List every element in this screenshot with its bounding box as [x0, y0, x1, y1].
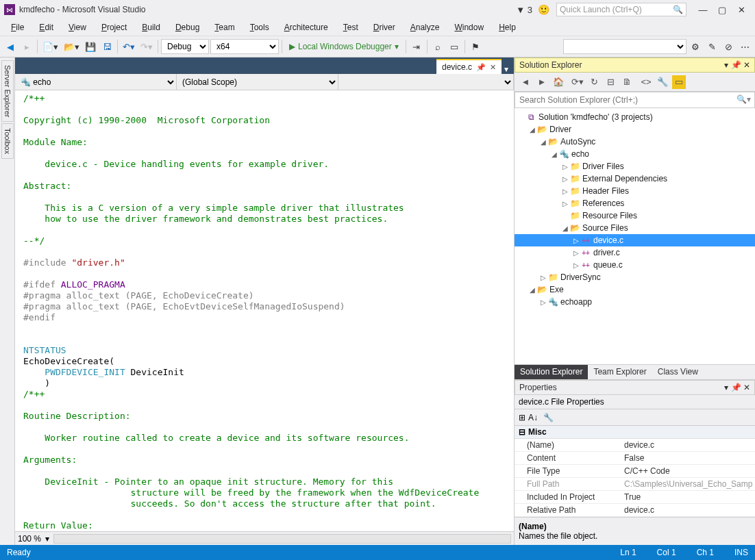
tree-autosync[interactable]: ◢📂AutoSync [515, 136, 755, 148]
tree-driver[interactable]: ◢📂Driver [515, 123, 755, 136]
showall-icon[interactable]: 🗎 [620, 75, 634, 89]
solution-search-input[interactable] [515, 92, 755, 108]
panel-dropdown-icon[interactable]: ▾ [724, 383, 728, 392]
solution-tree[interactable]: ⧉Solution 'kmdfecho' (3 projects)◢📂Drive… [515, 108, 755, 364]
scope-combo-member[interactable] [338, 74, 514, 90]
categorized-icon[interactable]: ⊞ [519, 413, 525, 422]
zoom-level[interactable]: 100 % [18, 534, 41, 544]
close-tab-icon[interactable]: ✕ [490, 63, 496, 72]
maximize-button[interactable]: ▢ [713, 3, 732, 16]
open-button[interactable]: 📂▾ [62, 39, 82, 54]
minimize-button[interactable]: — [693, 3, 713, 16]
scope-combo-type[interactable]: (Global Scope) [177, 74, 338, 90]
menu-file[interactable]: File [4, 21, 31, 34]
cancel-build-button[interactable]: ⊘ [721, 39, 736, 54]
prop-row[interactable]: Included In ProjectTrue [515, 491, 755, 504]
menu-architecture[interactable]: Architecture [277, 21, 335, 34]
collapse-icon[interactable]: ⊟ [604, 75, 617, 89]
nav-back-button[interactable]: ◀ [3, 39, 18, 54]
step-button[interactable]: ⇥ [409, 39, 424, 54]
menu-tools[interactable]: Tools [243, 21, 276, 34]
prop-row[interactable]: ContentFalse [515, 452, 755, 465]
menu-test[interactable]: Test [336, 21, 365, 34]
sync-icon[interactable]: ⟳▾ [571, 75, 584, 89]
sidetab-server-explorer[interactable]: Server Explorer [1, 60, 14, 122]
h-scrollbar[interactable] [53, 534, 511, 544]
new-project-button[interactable]: 📄▾ [40, 39, 60, 54]
menu-window[interactable]: Window [447, 21, 491, 34]
panel-dropdown-icon[interactable]: ▾ [724, 60, 728, 70]
properties-grid[interactable]: ⊟ Misc(Name)device.cContentFalseFile Typ… [515, 426, 755, 517]
panel-pin-icon[interactable]: 📌 [731, 60, 741, 70]
prop-row[interactable]: Full PathC:\Samples\Universal_Echo_Samp [515, 478, 755, 491]
menu-help[interactable]: Help [492, 21, 523, 34]
config-combo[interactable]: Debug [161, 39, 209, 54]
menu-debug[interactable]: Debug [169, 21, 206, 34]
tree-driversync[interactable]: ▷📁DriverSync [515, 271, 755, 283]
prop-row[interactable]: Relative Pathdevice.c [515, 504, 755, 517]
bottom-tab-class-view[interactable]: Class View [652, 365, 704, 379]
quick-launch-input[interactable]: Quick Launch (Ctrl+Q) 🔍 [556, 3, 686, 16]
preview-icon[interactable]: ▭ [672, 75, 686, 89]
code-editor[interactable]: /*++ Copyright (c) 1990-2000 Microsoft C… [15, 90, 514, 531]
refresh-icon[interactable]: ↻ [587, 75, 601, 89]
tree-echo[interactable]: ◢🔩echo [515, 148, 755, 160]
feedback-smile-icon[interactable]: 🙂 [538, 4, 549, 15]
prop-row[interactable]: File TypeC/C++ Code [515, 465, 755, 478]
nav-fwd-button[interactable]: ▸ [19, 39, 34, 54]
undo-button[interactable]: ↶▾ [121, 39, 137, 54]
panel-pin-icon[interactable]: 📌 [731, 383, 741, 392]
panel-close-icon[interactable]: ✕ [743, 60, 750, 70]
bottom-tab-solution-explorer[interactable]: Solution Explorer [515, 365, 588, 379]
redo-button[interactable]: ↷▾ [138, 39, 155, 54]
bottom-tab-team-explorer[interactable]: Team Explorer [588, 365, 652, 379]
more-button[interactable]: ⋯ [737, 39, 752, 54]
home-icon[interactable]: 🏠 [552, 75, 565, 89]
alpha-icon[interactable]: A↓ [528, 413, 538, 422]
wrench-icon[interactable]: 🔧 [543, 413, 554, 422]
scope-combo-project[interactable]: 🔩 echo [15, 74, 177, 90]
menu-project[interactable]: Project [95, 21, 134, 34]
start-debug-button[interactable]: ▶ Local Windows Debugger ▾ [285, 42, 403, 51]
menu-edit[interactable]: Edit [32, 21, 60, 34]
pin-icon[interactable]: 📌 [476, 63, 486, 72]
menu-analyze[interactable]: Analyze [404, 21, 447, 34]
menu-driver[interactable]: Driver [367, 21, 402, 34]
tree-references[interactable]: ▷📁References [515, 197, 755, 209]
fwd-icon[interactable]: ► [535, 75, 549, 89]
properties-icon[interactable]: 🔧 [656, 75, 669, 89]
tree-resourcefiles[interactable]: 📁Resource Files [515, 209, 755, 222]
tree-queue-c[interactable]: ▷++queue.c [515, 259, 755, 271]
tree-solution[interactable]: ⧉Solution 'kmdfecho' (3 projects) [515, 111, 755, 123]
tree-headerfiles[interactable]: ▷📁Header Files [515, 185, 755, 197]
tree-device-c[interactable]: ▷++device.c [515, 234, 755, 246]
panel-close-icon[interactable]: ✕ [743, 383, 750, 392]
notification-flag-icon[interactable]: ▼ 3 [516, 5, 532, 15]
prop-category[interactable]: ⊟ Misc [515, 426, 755, 439]
tree-sourcefiles[interactable]: ◢📂Source Files [515, 222, 755, 234]
find-button[interactable]: ⌕ [430, 39, 445, 54]
code-view-icon[interactable]: <> [639, 75, 653, 89]
target-combo[interactable] [563, 39, 686, 54]
zoom-chevron-icon[interactable]: ▾ [45, 534, 49, 544]
platform-combo[interactable]: x64 [210, 39, 279, 54]
menu-build[interactable]: Build [135, 21, 167, 34]
save-all-button[interactable]: 🖫 [99, 39, 114, 54]
attach-button[interactable]: ⚑ [468, 39, 483, 54]
prop-row[interactable]: (Name)device.c [515, 439, 755, 452]
magic-button[interactable]: ✎ [704, 39, 719, 54]
tab-overflow-icon[interactable]: ▾ [502, 64, 511, 74]
tree-exe[interactable]: ◢📂Exe [515, 283, 755, 296]
deploy-button[interactable]: ⚙ [688, 39, 703, 54]
tree-extdeps[interactable]: ▷📁External Dependencies [515, 173, 755, 185]
cmd-window-button[interactable]: ▭ [447, 39, 462, 54]
close-button[interactable]: ✕ [732, 3, 751, 16]
menu-view[interactable]: View [62, 21, 93, 34]
back-icon[interactable]: ◄ [519, 75, 532, 89]
save-button[interactable]: 💾 [83, 39, 98, 54]
menu-team[interactable]: Team [208, 21, 241, 34]
document-tab-device-c[interactable]: device.c 📌 ✕ [436, 59, 502, 74]
tree-driverfiles[interactable]: ▷📁Driver Files [515, 160, 755, 173]
tree-echoapp[interactable]: ▷🔩echoapp [515, 296, 755, 308]
tree-driver-c[interactable]: ▷++driver.c [515, 246, 755, 259]
